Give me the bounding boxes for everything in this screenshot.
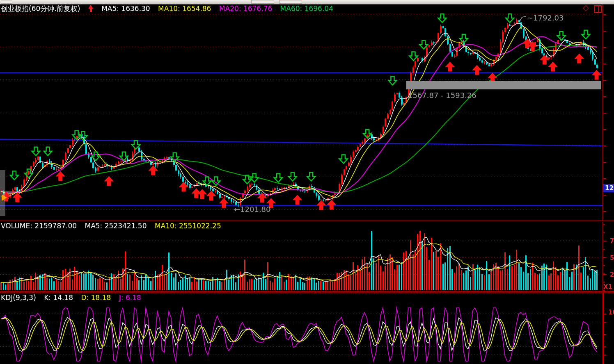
- ma20-legend: MA20: 1676.76: [219, 5, 272, 13]
- diamond-icon[interactable]: ◇: [583, 4, 589, 11]
- main-chart-header: 创业板指(60分钟.前复权) MA5: 1636.30 MA10: 1654.8…: [1, 5, 339, 13]
- kdj-name: KDJ(9,3,3): [1, 293, 36, 302]
- kdj-d: D: 18.18: [81, 293, 111, 302]
- stock-chart-window: 创业板指(60分钟.前复权) MA5: 1636.30 MA10: 1654.8…: [0, 0, 614, 364]
- volume-ma5: MA5: 2523421.50: [85, 222, 147, 230]
- ma5-legend: MA5: 1636.30: [101, 5, 150, 13]
- range-box: [406, 81, 601, 89]
- kdj-k: K: 14.18: [44, 293, 73, 302]
- kdj-axis-label: 10: [608, 309, 614, 316]
- volume-axis-label-7: 7: [610, 237, 614, 245]
- left-more-data-marker: [2, 194, 7, 201]
- range-annotation: 1567.87 - 1593.26: [408, 91, 477, 100]
- volume-ma10: MA10: 2551022.25: [155, 222, 221, 230]
- high-annotation: ~1792.03: [527, 14, 564, 22]
- left-scroll-strip[interactable]: [0, 170, 5, 216]
- toolbar-button[interactable]: [251, 0, 274, 4]
- chart-canvas[interactable]: [0, 0, 614, 364]
- toolbar-button[interactable]: [279, 0, 302, 4]
- split-window-icon[interactable]: [594, 5, 602, 13]
- toolbar-segment[interactable]: [1, 0, 12, 4]
- up-arrow-icon: [88, 5, 94, 12]
- toolbar[interactable]: [0, 0, 614, 5]
- ma10-legend: MA10: 1654.86: [158, 5, 211, 13]
- volume-header: VOLUME: 2159787.00 MA5: 2523421.50 MA10:…: [1, 222, 227, 230]
- kdj-header: KDJ(9,3,3) K: 14.18 D: 18.18 J: 6.18: [1, 293, 147, 302]
- volume-value: VOLUME: 2159787.00: [1, 222, 77, 230]
- volume-axis-label-5: 5: [610, 254, 614, 262]
- kdj-j: J: 6.18: [119, 293, 141, 302]
- volume-unit-label: X1: [603, 283, 612, 291]
- symbol-title: 创业板指(60分钟.前复权): [1, 5, 80, 13]
- low-annotation: ←1201.80: [234, 205, 271, 214]
- volume-axis-label-2: 2: [610, 271, 614, 278]
- ma60-legend: MA60: 1696.04: [280, 5, 333, 13]
- price-tag: 125: [603, 184, 614, 192]
